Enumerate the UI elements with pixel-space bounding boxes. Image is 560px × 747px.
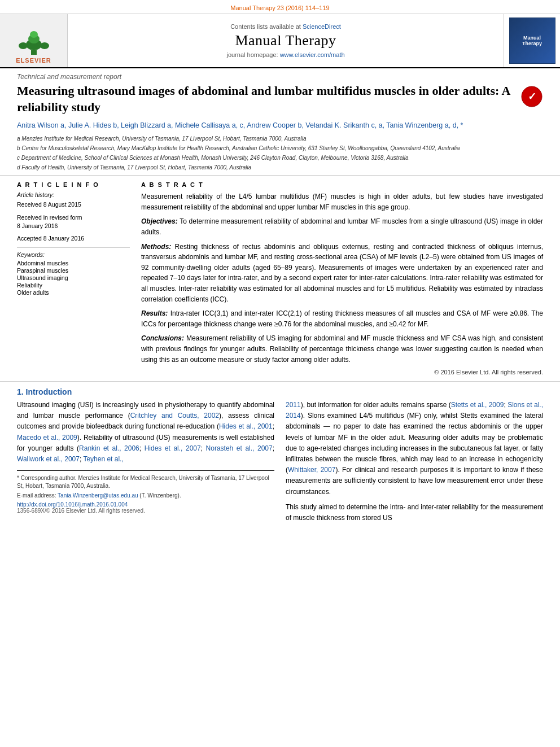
crossmark-icon: ✓ [520,85,543,108]
keyword-4: Reliability [17,282,130,289]
abstract-column: A B S T R A C T Measurement reliability … [141,181,543,375]
keyword-1: Abdominal muscles [17,260,130,267]
doi-footer[interactable]: http://dx.doi.org/10.1016/j.math.2016.01… [17,501,274,508]
ref-critchley[interactable]: Critchley and Coutts, 2002 [130,412,219,420]
ref-macedo[interactable]: Macedo et al., 2009 [17,434,77,442]
methods-label: Methods: [141,243,171,251]
results-text: Intra-rater ICC(3,1) and inter-rater ICC… [141,309,543,328]
copyright-line: © 2016 Elsevier Ltd. All rights reserved… [141,369,543,375]
svg-point-5 [40,42,49,49]
abstract-methods: Methods: Resting thickness of rectus abd… [141,242,543,305]
homepage-line: journal homepage: www.elsevier.com/math [226,51,344,58]
ref-hides2007[interactable]: Hides et al., 2007 [145,444,201,452]
keyword-2: Paraspinal muscles [17,267,130,274]
elsevier-logo: ELSEVIER [14,29,54,64]
authors: Anitra Wilson a, Julie A. Hides b, Leigh… [17,120,543,131]
article-title-text: Measuring ultrasound images of abdominal… [17,83,520,115]
abstract-intro: Measurement reliability of the L4/5 lumb… [141,191,543,212]
email-suffix: (T. Winzenberg). [139,492,181,499]
mt-logo-text: ManualTherapy [522,35,542,46]
results-label: Results: [141,309,168,317]
homepage-text: journal homepage: [226,51,279,58]
svg-point-4 [19,42,28,49]
sciencedirect-link[interactable]: ScienceDirect [303,23,341,30]
ref-2011[interactable]: 2011 [286,401,301,409]
intro-col-left: Ultrasound imaging (USI) is increasingly… [17,400,274,528]
ref-slons[interactable]: Slons et al., 2014 [286,401,543,420]
affil-c: c Department of Medicine, School of Clin… [17,154,543,162]
sciencedirect-text: Contents lists available at [230,23,303,30]
main-content: 1. Introduction Ultrasound imaging (USI)… [0,382,560,534]
abstract-results: Results: Intra-rater ICC(3,1) and inter-… [141,308,543,329]
affiliations: a Menzies Institute for Medical Research… [17,134,543,172]
methods-text: Resting thickness of rectus abdominis an… [141,243,543,303]
intro-heading: 1. Introduction [17,387,543,396]
doi-link[interactable]: http://dx.doi.org/10.1016/j.math.2016.01… [17,501,128,508]
objectives-text: To determine measurement reliability of … [141,217,543,236]
intro-col-right: 2011), but information for older adults … [286,400,543,528]
ref-stetts[interactable]: Stetts et al., 2009 [451,401,504,409]
footnote-area: * Corresponding author. Menzies Institut… [17,470,274,514]
svg-point-3 [30,31,38,38]
header-center: Contents lists available at ScienceDirec… [68,14,504,67]
homepage-link[interactable]: www.elsevier.com/math [280,51,345,58]
received-date: Received 8 August 2015 [17,200,130,209]
conclusions-text: Measurement reliability of US imaging fo… [141,334,543,363]
divider [17,247,130,248]
affil-d: d Faculty of Health, University of Tasma… [17,163,543,172]
email-label: E-mail address: [17,492,58,499]
abstract-objectives: Objectives: To determine measurement rel… [141,216,543,237]
abstract-conclusions: Conclusions: Measurement reliability of … [141,333,543,365]
ref-teyhen[interactable]: Teyhen et al., [83,455,123,463]
accepted-date: Accepted 8 January 2016 [17,234,130,243]
article-meta: Technical and measurement report Measuri… [0,68,560,176]
report-type: Technical and measurement report [17,73,543,81]
ref-whittaker[interactable]: Whittaker, 2007 [288,466,335,474]
affil-b: b Centre for Musculoskeletal Research, M… [17,144,543,152]
keyword-5: Older adults [17,289,130,296]
article-info-abstract-section: A R T I C L E I N F O Article history: R… [0,176,560,382]
issn-footer: 1356-689X/© 2016 Elsevier Ltd. All right… [17,508,274,514]
doi-line: Manual Therapy 23 (2016) 114–119 [230,5,329,11]
journal-name: Manual Therapy [235,32,336,49]
keyword-3: Ultrasound imaging [17,274,130,281]
article-title-block: Measuring ultrasound images of abdominal… [17,83,543,115]
ref-hides2001[interactable]: Hides et al., 2001 [219,422,273,430]
sciencedirect-line: Contents lists available at ScienceDirec… [230,23,341,30]
intro-para-3: This study aimed to determine the intra-… [286,502,543,523]
intro-para-2: 2011), but information for older adults … [286,400,543,497]
ref-rankin[interactable]: Rankin et al., 2006 [79,444,139,452]
ref-norasteh[interactable]: Norasteh et al., 2007 [206,444,273,452]
journal-header: Manual Therapy 23 (2016) 114–119 [0,0,560,14]
received-revised-date: Received in revised form 8 January 2016 [17,213,130,230]
manual-therapy-logo-box: ManualTherapy [504,14,560,67]
manual-therapy-logo: ManualTherapy [509,18,555,64]
footnote-corresponding: * Corresponding author. Menzies Institut… [17,474,274,490]
affil-a: a Menzies Institute for Medical Research… [17,134,543,143]
abstract-header: A B S T R A C T [141,181,543,188]
keywords-label: Keywords: [17,251,130,258]
objectives-label: Objectives: [141,217,178,225]
email-link[interactable]: Tania.Winzenberg@utas.edu.au [58,492,138,499]
ref-wallwork[interactable]: Wallwork et al., 2007 [17,455,80,463]
history-label: Article history: [17,191,130,198]
elsevier-tree-icon [14,29,54,56]
svg-rect-0 [31,50,37,55]
elsevier-text-label: ELSEVIER [16,57,51,64]
article-info-column: A R T I C L E I N F O Article history: R… [17,181,130,375]
intro-para-1: Ultrasound imaging (USI) is increasingly… [17,400,274,465]
article-info-header: A R T I C L E I N F O [17,181,130,188]
conclusions-label: Conclusions: [141,334,184,342]
intro-two-col: Ultrasound imaging (USI) is increasingly… [17,400,543,528]
header-box: ELSEVIER Contents lists available at Sci… [0,14,560,68]
elsevier-logo-box: ELSEVIER [0,14,68,67]
footnote-email: E-mail address: Tania.Winzenberg@utas.ed… [17,492,274,500]
svg-text:✓: ✓ [528,91,536,102]
